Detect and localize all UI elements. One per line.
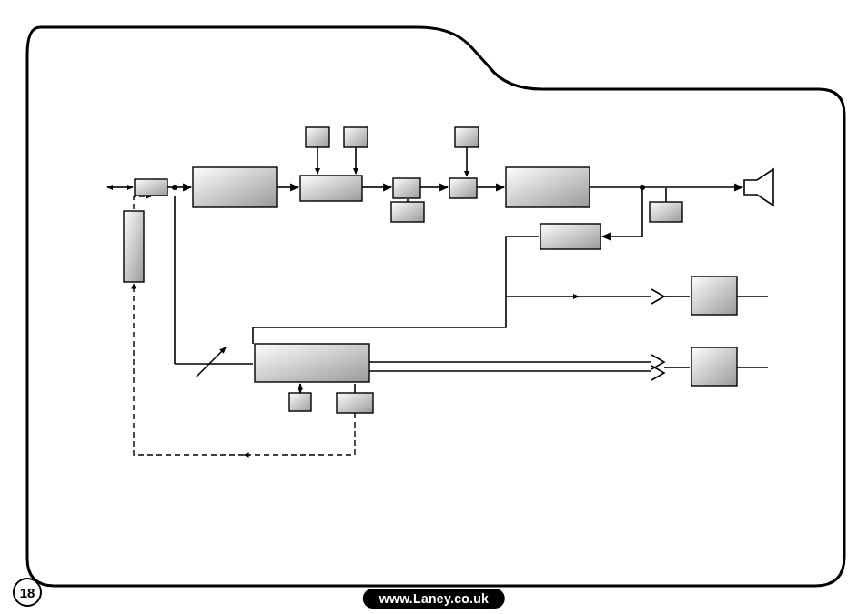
block-a-preamp: [193, 167, 277, 207]
ctrl-send-1: [289, 393, 311, 411]
block-c: [393, 178, 420, 198]
block-send: [255, 344, 369, 382]
ctrl-bot-e: [650, 202, 682, 222]
block-e-power: [506, 167, 590, 207]
footer-url-pill: www.Laney.co.uk: [363, 589, 505, 609]
footer-url: www.Laney.co.uk: [379, 591, 489, 606]
svg-point-13: [173, 186, 177, 189]
svg-line-17: [197, 347, 226, 377]
ctrl-top-3: [455, 127, 479, 147]
page-number-badge: 18: [13, 578, 42, 607]
ctrl-top-2: [344, 127, 368, 147]
block-driver: [540, 224, 601, 249]
document-page: 18 www.Laney.co.uk: [0, 0, 868, 614]
ctrl-top-1: [306, 127, 329, 147]
page-number: 18: [20, 585, 35, 600]
block-input-small: [135, 179, 167, 196]
ctrl-bot-mid: [391, 202, 424, 222]
block-b-eq: [300, 176, 362, 201]
svg-point-14: [641, 186, 644, 189]
block-vert-return: [124, 211, 144, 282]
block-d: [449, 178, 477, 198]
block-out-1: [691, 277, 737, 315]
ctrl-send-2: [337, 393, 373, 413]
speaker-icon: [744, 169, 773, 206]
block-out-2: [691, 347, 737, 386]
diagram-canvas: [0, 0, 868, 614]
